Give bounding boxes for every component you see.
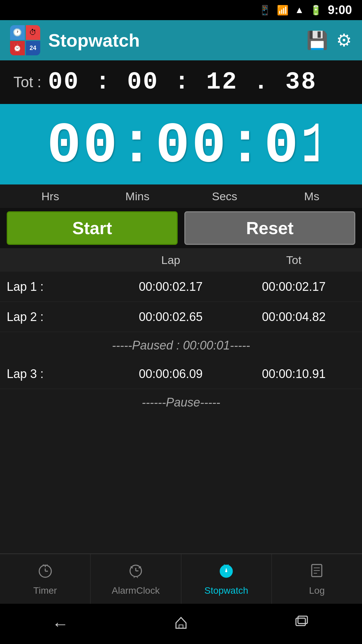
lap-2-tot: 00:00:04.82 bbox=[232, 310, 355, 324]
tab-stopwatch-label: Stopwatch bbox=[204, 585, 248, 596]
time-labels: Hrs Mins Secs Ms bbox=[0, 184, 362, 208]
pause-2-text: ------Pause----- bbox=[142, 395, 220, 410]
ms-label: Ms bbox=[268, 190, 355, 203]
lap-1-tot: 00:00:02.17 bbox=[232, 280, 355, 294]
svg-text:00:00:01.45: 00:00:01.45 bbox=[47, 114, 318, 170]
paused-1-text: -----Paused : 00:00:01----- bbox=[112, 338, 250, 353]
bottom-nav: Timer AlarmClock bbox=[0, 553, 362, 604]
main-timer: 00:00:01.45 bbox=[0, 104, 362, 184]
logo-cell-alarm: ⏰ bbox=[10, 41, 25, 56]
log-icon bbox=[308, 562, 325, 583]
svg-point-17 bbox=[225, 570, 227, 572]
reset-button[interactable]: Reset bbox=[184, 211, 355, 245]
tab-alarmclock-label: AlarmClock bbox=[112, 585, 160, 596]
tab-alarmclock[interactable]: AlarmClock bbox=[90, 554, 181, 604]
lap-3-name: Lap 3 : bbox=[7, 367, 109, 381]
svg-rect-25 bbox=[296, 618, 305, 626]
lap-header: Lap Tot bbox=[0, 248, 362, 272]
hrs-label: Hrs bbox=[7, 190, 94, 203]
tot-column-header: Tot bbox=[232, 254, 355, 267]
save-button[interactable]: 💾 bbox=[306, 30, 328, 51]
lap-list: Lap Tot Lap 1 : 00:00:02.17 00:00:02.17 … bbox=[0, 248, 362, 416]
lap-2-name: Lap 2 : bbox=[7, 310, 109, 324]
tab-log[interactable]: Log bbox=[272, 554, 362, 604]
lap-2-time: 00:00:02.65 bbox=[109, 310, 232, 324]
tab-timer[interactable]: Timer bbox=[0, 554, 90, 604]
lap-row-2: Lap 2 : 00:00:02.65 00:00:04.82 bbox=[0, 302, 362, 332]
lap-row-1: Lap 1 : 00:00:02.17 00:00:02.17 bbox=[0, 272, 362, 302]
start-button[interactable]: Start bbox=[7, 211, 178, 245]
wifi-icon: 📶 bbox=[277, 5, 289, 16]
secs-label: Secs bbox=[181, 190, 268, 203]
battery-icon: 🔋 bbox=[310, 5, 322, 16]
settings-button[interactable]: ⚙ bbox=[336, 30, 352, 50]
tab-log-label: Log bbox=[309, 585, 325, 596]
tab-stopwatch[interactable]: Stopwatch bbox=[181, 554, 272, 604]
status-time: 9:00 bbox=[328, 3, 352, 17]
lap-column-header: Lap bbox=[109, 254, 232, 267]
content-area: Tot : 00 : 00 : 12 . 38 00:00:01.45 Hrs … bbox=[0, 60, 362, 553]
buttons-row: Start Reset bbox=[0, 208, 362, 248]
tab-timer-label: Timer bbox=[33, 585, 57, 596]
status-bar: 📱 📶 ▲ 🔋 9:00 bbox=[0, 0, 362, 20]
alarm-icon bbox=[127, 562, 144, 583]
timer-hours: 00:00:01.45 bbox=[44, 128, 318, 184]
phone-rotate-icon: 📱 bbox=[259, 5, 271, 16]
app-bar: 🕐 ⏱ ⏰ 24 Stopwatch 💾 ⚙ bbox=[0, 20, 362, 60]
back-button[interactable]: ← bbox=[52, 614, 69, 634]
sys-nav: ← bbox=[0, 604, 362, 644]
stopwatch-icon bbox=[218, 562, 235, 583]
lap-3-time: 00:00:06.09 bbox=[109, 367, 232, 381]
total-display: Tot : 00 : 00 : 12 . 38 bbox=[0, 60, 362, 104]
logo-cell-grid: ⏱ bbox=[26, 25, 41, 40]
main-time-display: 00:00:01.45 bbox=[44, 103, 318, 186]
signal-icon: ▲ bbox=[295, 5, 304, 15]
pause-2-row: ------Pause----- bbox=[0, 389, 362, 416]
logo-cell-clock: 🕐 bbox=[10, 25, 25, 40]
home-button[interactable] bbox=[173, 613, 189, 634]
mins-label: Mins bbox=[94, 190, 181, 203]
lap-1-name: Lap 1 : bbox=[7, 280, 109, 294]
lap-row-3: Lap 3 : 00:00:06.09 00:00:10.91 bbox=[0, 359, 362, 389]
logo-cell-24: 24 bbox=[26, 41, 41, 56]
svg-rect-26 bbox=[298, 616, 307, 624]
app-title: Stopwatch bbox=[48, 30, 298, 51]
recents-button[interactable] bbox=[293, 613, 310, 634]
paused-1-row: -----Paused : 00:00:01----- bbox=[0, 332, 362, 359]
tot-label: Tot : bbox=[13, 74, 41, 91]
lap-1-time: 00:00:02.17 bbox=[109, 280, 232, 294]
lap-3-tot: 00:00:10.91 bbox=[232, 367, 355, 381]
tot-time: 00 : 00 : 12 . 38 bbox=[48, 68, 317, 96]
timer-icon bbox=[37, 562, 54, 583]
app-logo: 🕐 ⏱ ⏰ 24 bbox=[10, 25, 40, 55]
